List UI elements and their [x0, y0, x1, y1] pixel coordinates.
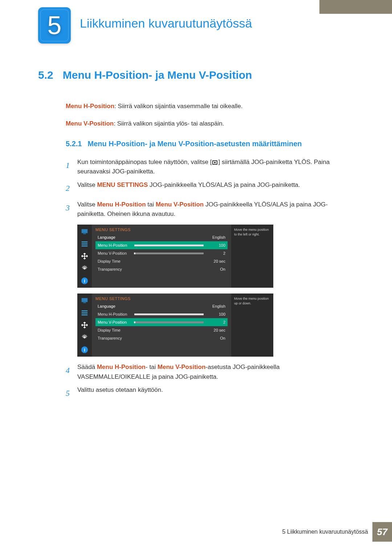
info-icon: i — [81, 277, 89, 285]
gear-icon — [81, 264, 89, 272]
osd1-row-hposition: Menu H-Position100 — [95, 241, 228, 249]
svg-rect-9 — [83, 303, 86, 303]
page-number: 57 — [372, 522, 392, 542]
step-1-number: 1 — [66, 157, 77, 173]
settings-list-icon — [81, 309, 89, 317]
svg-rect-11 — [82, 312, 88, 313]
step-4-number: 4 — [66, 362, 77, 378]
settings-list-icon — [81, 240, 89, 248]
section-title: Menu H-Position- ja Menu V-Position — [63, 69, 252, 81]
svg-rect-4 — [82, 246, 88, 247]
definition-h-label: Menu H-Position — [66, 103, 114, 110]
footer-text: 5 Liikkuminen kuvaruutunäytössä — [282, 529, 368, 535]
chapter-badge: 5 — [38, 7, 71, 44]
definition-v: Menu V-Position: Siirrä valikon sijainti… — [66, 119, 354, 128]
osd1-tip: Move the menu position to the left or ri… — [231, 225, 273, 288]
osd2-row-displaytime: Display Time20 sec — [95, 326, 228, 334]
osd2-tip: Move the menu position up or down. — [231, 294, 273, 357]
svg-rect-1 — [83, 234, 86, 234]
osd2-row-language: LanguageEnglish — [95, 302, 228, 310]
definition-h: Menu H-Position: Siirrä valikon sijainti… — [66, 102, 354, 111]
definition-h-text: : Siirrä valikon sijaintia vasemmalle ta… — [114, 103, 242, 110]
step-4-body: Säädä Menu H-Position- tai Menu V-Positi… — [77, 362, 354, 382]
svg-text:i: i — [84, 278, 85, 284]
section-heading: 5.2Menu H-Position- ja Menu V-Position — [38, 69, 354, 81]
step-5-number: 5 — [66, 385, 77, 401]
footer: 5 Liikkuminen kuvaruutunäytössä 57 — [282, 522, 392, 542]
svg-rect-0 — [82, 229, 88, 233]
step-3-number: 3 — [66, 200, 77, 216]
svg-text:i: i — [84, 347, 85, 353]
move-icon — [81, 321, 89, 329]
step-2-body: Valitse MENU SETTINGS JOG-painikkeella Y… — [77, 180, 354, 190]
osd1-row-vposition: Menu V-Position2 — [95, 249, 228, 257]
osd1-row-language: LanguageEnglish — [95, 233, 228, 241]
top-band — [319, 0, 392, 14]
definition-v-text: : Siirrä valikon sijaintia ylös- tai ala… — [114, 120, 224, 127]
definition-v-label: Menu V-Position — [66, 120, 114, 127]
osd1-row-displaytime: Display Time20 sec — [95, 257, 228, 265]
picture-icon — [81, 227, 89, 235]
osd1-row-transparency: TransparencyOn — [95, 265, 228, 273]
step-4: 4 Säädä Menu H-Position- tai Menu V-Posi… — [66, 362, 354, 382]
osd2-row-hposition: Menu H-Position100 — [95, 310, 228, 318]
step-1: 1 Kun toimintonäppäinopas tulee näyttöön… — [66, 157, 354, 177]
osd2-row-vposition: Menu V-Position2 — [95, 318, 228, 326]
picture-icon — [81, 296, 89, 304]
info-icon: i — [81, 346, 89, 354]
svg-rect-3 — [82, 243, 88, 245]
subsection-number: 5.2.1 — [66, 140, 82, 148]
step-2-number: 2 — [66, 180, 77, 196]
step-5-body: Valittu asetus otetaan käyttöön. — [77, 385, 354, 395]
menu-icon — [212, 160, 217, 165]
section-number: 5.2 — [38, 69, 53, 81]
osd-menu-v: i MENU SETTINGS LanguageEnglish Menu H-P… — [77, 294, 273, 357]
chapter-title: Liikkuminen kuvaruutunäytössä — [80, 16, 252, 30]
subsection-title: Menu H-Position- ja Menu V-Position-aset… — [87, 140, 302, 148]
step-5: 5 Valittu asetus otetaan käyttöön. — [66, 385, 354, 401]
osd-sidebar: i — [77, 225, 92, 288]
svg-rect-10 — [82, 311, 88, 312]
osd-menu-h: i MENU SETTINGS LanguageEnglish Menu H-P… — [77, 225, 273, 288]
move-icon — [81, 252, 89, 260]
svg-rect-8 — [82, 298, 88, 302]
gear-icon — [81, 333, 89, 341]
step-3-body: Valitse Menu H-Position tai Menu V-Posit… — [77, 200, 354, 219]
chapter-number: 5 — [48, 11, 62, 40]
step-1-body: Kun toimintonäppäinopas tulee näyttöön, … — [77, 157, 354, 177]
subsection-heading: 5.2.1Menu H-Position- ja Menu V-Position… — [66, 140, 354, 148]
svg-rect-12 — [82, 315, 88, 316]
osd2-title: MENU SETTINGS — [95, 296, 228, 301]
step-2: 2 Valitse MENU SETTINGS JOG-painikkeella… — [66, 180, 354, 196]
svg-rect-2 — [82, 242, 88, 243]
osd2-row-transparency: TransparencyOn — [95, 334, 228, 342]
osd1-title: MENU SETTINGS — [95, 227, 228, 232]
osd-sidebar-2: i — [77, 294, 92, 357]
step-3: 3 Valitse Menu H-Position tai Menu V-Pos… — [66, 200, 354, 219]
